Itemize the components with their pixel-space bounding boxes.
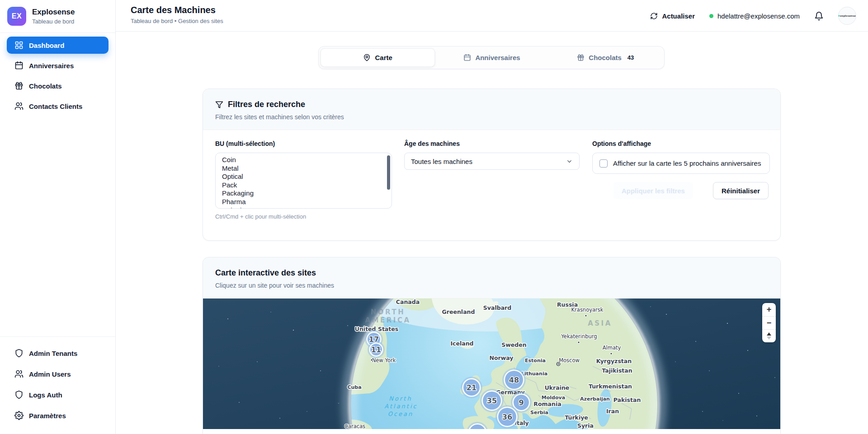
map-label: NORTH	[371, 308, 405, 316]
brand-subtitle: Tableau de bord	[32, 18, 75, 25]
anniversaries-checkbox[interactable]	[599, 159, 608, 168]
map-subtitle: Cliquez sur un site pour voir ses machin…	[215, 282, 768, 289]
avatar[interactable]: explosense	[838, 7, 856, 25]
bu-hint: Ctrl/Cmd + clic pour multi-sélection	[215, 213, 392, 220]
map-cluster[interactable]: 48	[502, 368, 526, 392]
sidebar-item-admin-users[interactable]: Admin Users	[7, 365, 108, 383]
map-label: AMERICA	[365, 316, 410, 324]
tab-label: Chocolats	[589, 54, 622, 61]
cluster-count: 48	[509, 376, 519, 384]
sidebar-item-anniversaires[interactable]: Anniversaires	[7, 57, 108, 74]
filters-subtitle: Filtrez les sites et machines selon vos …	[215, 113, 768, 121]
sidebar: EX Explosense Tableau de bord Dashboard …	[0, 0, 116, 434]
sidebar-nav: Dashboard Anniversaires Chocolats Contac…	[0, 33, 115, 115]
users-icon	[14, 102, 24, 111]
bell-icon[interactable]	[814, 11, 824, 21]
refresh-label: Actualiser	[662, 12, 695, 20]
tab-label: Anniversaires	[475, 54, 520, 61]
sidebar-item-label: Anniversaires	[29, 62, 74, 70]
sidebar-item-dashboard[interactable]: Dashboard	[7, 37, 108, 54]
bu-option[interactable]: Optical	[216, 173, 392, 181]
sidebar-item-contacts-clients[interactable]: Contacts Clients	[7, 98, 108, 115]
map-cluster[interactable]: 21	[461, 377, 482, 398]
anniversaries-option: Afficher sur la carte les 5 prochains an…	[592, 153, 770, 174]
brand-logo: EX	[7, 7, 26, 26]
tab-label: Carte	[375, 54, 392, 61]
breadcrumb: Tableau de bord • Gestion des sites	[131, 18, 223, 24]
sidebar-item-label: Admin Users	[29, 370, 71, 378]
map-compass-button[interactable]	[762, 329, 776, 342]
map-pin-icon	[363, 54, 371, 61]
cluster-count: 21	[467, 383, 476, 392]
tab-carte[interactable]: Carte	[321, 48, 435, 67]
sidebar-item-chocolats[interactable]: Chocolats	[7, 77, 108, 94]
bu-option[interactable]: Pack	[216, 181, 392, 190]
map-label: Türkiye	[565, 414, 588, 421]
bu-option-list: CoinMetalOpticalPackPackagingPharmaRobot…	[216, 156, 392, 209]
map-cluster[interactable]: 11	[368, 341, 385, 358]
map-canvas[interactable]: CanadaGreenlandSvalbardRussiaKrasnoyarsk…	[203, 299, 780, 429]
map-label: Tajikistan	[602, 367, 632, 374]
map-label: Krasnoyarsk	[571, 307, 604, 313]
map-label: Caracas	[344, 423, 365, 429]
map-zoom-out-button[interactable]: −	[762, 316, 776, 329]
map-card-header: Carte interactive des sites Cliquez sur …	[203, 257, 780, 299]
compass-north-icon	[767, 332, 771, 336]
map-label: Moscow	[559, 357, 580, 364]
bu-option[interactable]: Metal	[216, 164, 392, 173]
tab-anniversaires[interactable]: Anniversaires	[435, 48, 548, 67]
gear-icon	[14, 411, 24, 420]
map-label: North	[389, 395, 412, 402]
bu-option[interactable]: Robotics	[216, 206, 392, 209]
bu-option[interactable]: Coin	[216, 156, 392, 164]
map-card: Carte interactive des sites Cliquez sur …	[203, 257, 781, 434]
filters-card: Filtres de recherche Filtrez les sites e…	[203, 89, 781, 241]
map-zoom-in-button[interactable]: +	[762, 303, 776, 316]
sidebar-item-label: Contacts Clients	[29, 103, 82, 110]
main-content: Carte Anniversaires Chocolats 43 Filtres…	[116, 32, 868, 434]
calendar-icon	[463, 54, 471, 61]
map-cluster[interactable]: 36	[495, 405, 519, 429]
interactive-map[interactable]: CanadaGreenlandSvalbardRussiaKrasnoyarsk…	[203, 299, 780, 429]
anniversaries-checkbox-label[interactable]: Afficher sur la carte les 5 prochains an…	[613, 159, 761, 167]
sidebar-item-parametres[interactable]: Paramètres	[7, 407, 108, 424]
sidebar-item-label: Dashboard	[29, 42, 64, 49]
filter-icon	[215, 101, 223, 109]
map-label: ASIA	[588, 319, 612, 327]
sidebar-item-admin-tenants[interactable]: Admin Tenants	[7, 345, 108, 362]
apply-filters-button[interactable]: Appliquer les filtres	[613, 182, 693, 199]
refresh-icon	[650, 12, 658, 20]
map-label: Greenland	[442, 308, 475, 315]
map-label: Yekaterinburg	[561, 333, 597, 340]
calendar-icon	[14, 61, 24, 70]
map-label: Cuba	[347, 384, 361, 390]
bu-option[interactable]: Pharma	[216, 198, 392, 206]
cluster-count: 9	[519, 398, 524, 407]
cluster-count: 36	[502, 413, 512, 421]
city-dot	[610, 353, 612, 355]
age-label: Âge des machines	[404, 140, 580, 147]
shield-icon	[14, 390, 24, 399]
gift-icon	[14, 81, 24, 90]
brand-name: Explosense	[32, 8, 75, 17]
user-email-chip: hdelattre@explosense.com	[709, 12, 800, 20]
bu-option[interactable]: Packaging	[216, 189, 392, 198]
map-controls: + −	[762, 303, 776, 342]
map-label: Atlantic	[384, 403, 417, 410]
presence-dot	[709, 14, 713, 18]
map-label: Almaty	[603, 345, 621, 351]
map-label: Lithuania	[521, 371, 547, 377]
age-select[interactable]: Toutes les machines	[404, 153, 580, 170]
reset-filters-button[interactable]: Réinitialiser	[713, 182, 769, 199]
filters-title: Filtres de recherche	[228, 100, 305, 109]
cluster-count: 11	[371, 345, 381, 354]
map-label: Sweden	[501, 341, 526, 348]
sidebar-item-logs-auth[interactable]: Logs Auth	[7, 386, 108, 403]
avatar-logo-dot	[839, 15, 840, 17]
refresh-button[interactable]: Actualiser	[650, 12, 695, 20]
map-label: Iceland	[450, 340, 473, 347]
listbox-scrollbar[interactable]	[387, 155, 390, 190]
bu-multiselect[interactable]: CoinMetalOpticalPackPackagingPharmaRobot…	[215, 153, 392, 209]
shield-icon	[14, 349, 24, 358]
tab-chocolats[interactable]: Chocolats 43	[549, 48, 662, 67]
